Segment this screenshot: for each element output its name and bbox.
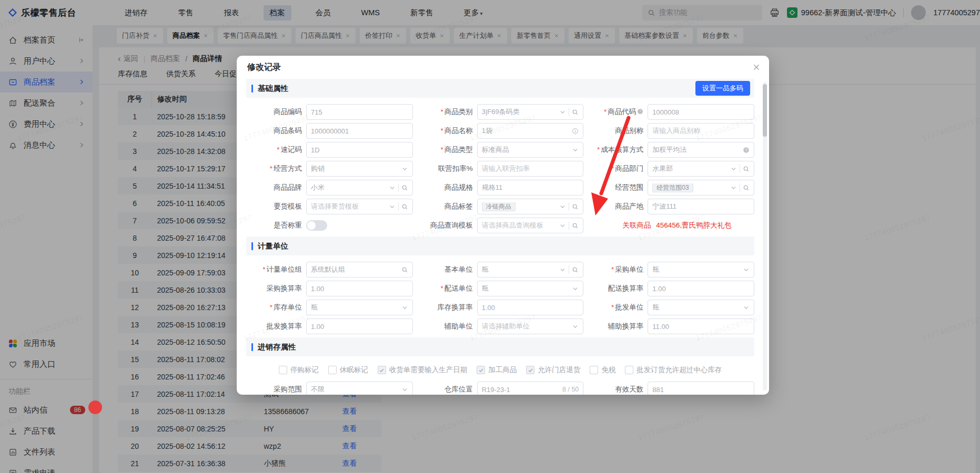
field-row: *速记码1D*商品类型标准商品*成本核算方式加权平均法? [246,142,754,157]
field-control-goods-number[interactable]: 715 [306,104,413,120]
help-icon: ? [743,147,750,153]
scrollbar-thumb[interactable] [763,84,767,137]
field-control-order-template[interactable]: 请选择要货模板 [306,199,413,214]
field-control-delivery-rate[interactable]: 1.00 [648,281,754,296]
field-control-brand[interactable]: 小米 [306,180,413,196]
weigh-toggle[interactable] [306,220,327,231]
field-control-stock-unit[interactable]: 瓶 [306,300,413,315]
field-purchase-unit: *采购单位瓶 [588,262,754,277]
multi-barcode-button[interactable]: 设置一品多码 [695,81,750,96]
field-control-aux-unit[interactable]: 请选择辅助单位 [477,318,584,334]
field-label: *经营方式 [246,164,306,173]
field-control-goods-code[interactable]: 1000008 [648,104,754,120]
divider [569,202,569,211]
field-value: 瓶 [652,265,740,274]
field-label: 辅助换算率 [588,322,648,331]
field-control-cost-method[interactable]: 加权平均法? [648,142,754,158]
search-icon [572,222,579,229]
checkbox-dormant[interactable]: 休眠标记 [328,365,368,375]
field-label: 商品别称 [588,126,648,136]
field-label: 商品条码 [246,126,306,136]
field-control-shorthand-code[interactable]: 1D [306,142,413,158]
field-label: *配送单位 [417,284,477,293]
checkbox-checked-icon [378,366,386,374]
section-flow-header: 进销存属性 [246,337,754,356]
field-row: 采购换算率1.00*配送单位瓶配送换算率1.00 [246,281,754,295]
field-control-base-unit[interactable]: 瓶 [477,262,584,277]
field-control-query-template[interactable]: 请选择商品查询模板 [477,218,584,233]
field-control-purchase-rate[interactable]: 1.00 [306,281,413,296]
field-label: 采购范围 [246,385,306,394]
field-control-valid-days[interactable]: 881 [648,382,754,395]
chevron-down-icon [559,222,566,229]
chevron-down-icon [559,203,566,210]
field-control-business-scope[interactable]: 经营范围03 [648,180,754,196]
field-label: 批发换算率 [246,322,306,331]
checkbox-checked-icon [526,366,534,374]
field-control-unit-group[interactable]: 系统默认组 [306,262,413,277]
dialog-scrollbar[interactable] [763,82,767,390]
checkbox-receipt-production-date[interactable]: 收货单需要输入生产日期 [378,365,468,375]
required-star: * [611,265,614,273]
field-label: 有效天数 [588,385,648,394]
field-control-joint-rate[interactable]: 请输入联营扣率 [477,161,584,177]
field-goods-code: *商品代码?1000008 [588,104,754,120]
info-icon [572,128,579,135]
required-star: * [440,127,443,135]
field-control-wholesale-rate[interactable]: 1.00 [306,318,413,334]
field-control-department[interactable]: 水果部 [648,161,754,177]
field-unit-group: *计量单位组系统默认组 [246,262,413,277]
field-value: 瓶 [482,265,557,274]
checkbox-label: 批发订货允许超过中心库存 [637,365,722,375]
field-query-template: 商品查询模板请选择商品查询模板 [417,218,584,233]
field-control-purchase-unit[interactable]: 瓶 [648,262,754,277]
field-control-origin[interactable]: 宁波111 [648,199,754,214]
field-value: 系统默认组 [311,265,399,274]
search-icon [572,203,579,210]
field-control-delivery-unit[interactable]: 瓶 [477,281,584,296]
checkbox-processed-goods[interactable]: 加工商品 [477,365,517,375]
field-control-warehouse-location[interactable]: R19-23-18 / 50 [477,382,584,395]
field-purchase-scope: 采购范围不限 [246,382,413,395]
field-label: 要货模板 [246,202,306,211]
field-control-goods-alias[interactable]: 请输入商品别称 [648,123,754,139]
field-label: *计量单位组 [246,265,306,274]
required-star: * [597,146,600,153]
field-row: *库存单位瓶库存换算率1.00*批发单位瓶 [246,300,754,314]
field-stock-unit: *库存单位瓶 [246,300,413,315]
field-row: 商品品牌小米商品规格规格11经营范围经营范围03 [246,180,754,194]
field-value: 1.00 [311,285,408,293]
field-label: 联营扣率% [417,164,477,173]
field-control-aux-rate[interactable]: 11.00 [648,318,754,334]
field-control-goods-tag[interactable]: 冷链商品 [477,199,584,214]
field-order-template: 要货模板请选择要货模板 [246,199,413,214]
field-control-wholesale-unit[interactable]: 瓶 [648,300,754,315]
field-control-stock-rate[interactable]: 1.00 [477,300,584,315]
chevron-down-icon [743,304,750,311]
divider [569,108,569,116]
field-control-barcode[interactable]: 1000000001 [306,123,413,139]
checkbox-allow-store-return[interactable]: 允许门店退货 [526,365,580,375]
checkbox-stop-purchase[interactable]: 停购标记 [279,365,319,375]
checkbox-wholesale-exceed-stock[interactable]: 批发订货允许超过中心库存 [625,365,722,375]
field-control-purchase-scope[interactable]: 不限 [306,382,413,395]
field-control-goods-type[interactable]: 标准商品 [477,142,584,158]
field-control-goods-name[interactable]: 1袋 [477,123,584,139]
floating-red-dot[interactable] [88,400,102,414]
field-goods-number: 商品编码715 [246,104,413,120]
field-value: 加权平均法 [652,145,740,155]
field-control-operation-mode[interactable]: 购销 [306,161,413,177]
field-brand: 商品品牌小米 [246,180,413,196]
checkbox-tax-free[interactable]: 免税 [590,365,615,375]
field-goods-category: *商品类别3|F69条码类 [417,104,584,120]
required-star: * [270,164,272,172]
field-value: 1D [311,146,408,154]
close-icon[interactable] [752,63,761,71]
field-control-goods-category[interactable]: 3|F69条码类 [477,104,584,120]
app: 乐檬零售后台 进销存零售报表档案会员WMS新零售更多▾ 搜索功能 99662-新… [0,0,980,473]
field-label: 商品品牌 [246,183,306,192]
field-label: 配送换算率 [588,284,648,293]
field-value: 水果部 [652,164,728,173]
field-control-spec[interactable]: 规格11 [477,180,584,196]
required-star: * [611,303,614,311]
